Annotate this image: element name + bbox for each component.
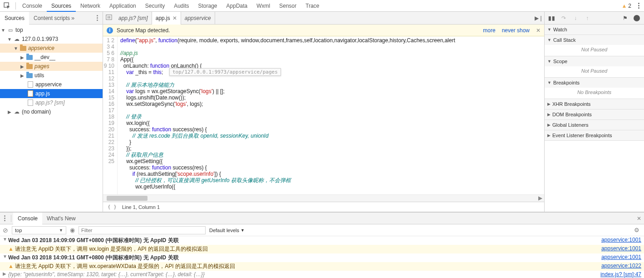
inspect-icon[interactable] <box>3 1 12 10</box>
code-editor[interactable]: 1 2 3 4 5 6 7 8 9 10 11 12 13 14 15 16 1… <box>103 36 544 194</box>
debugger-section-header[interactable]: ▶Event Listener Breakpoints <box>545 130 644 140</box>
debugger-section-header[interactable]: ▶Global Listeners <box>545 120 644 130</box>
debugger-section-header[interactable]: ▶DOM Breakpoints <box>545 109 644 119</box>
editor-tab[interactable]: app.js? [sm] <box>115 12 152 25</box>
top-tab-wxml[interactable]: Wxml <box>252 0 275 12</box>
expand-icon[interactable]: ▶ <box>3 271 8 276</box>
tree-appservice-file[interactable]: appservice <box>0 80 103 89</box>
pause-on-exceptions-icon[interactable] <box>633 15 640 22</box>
scroll-right-icon[interactable]: ▶ <box>538 195 542 201</box>
infobar-never-link[interactable]: never show <box>502 27 530 34</box>
debugger-section-header[interactable]: ▼Scope <box>545 56 644 66</box>
cloud-icon <box>13 35 20 43</box>
warning-count[interactable]: ▲ 2 <box>621 3 631 9</box>
infobar-text: Source Map detected. <box>117 27 170 34</box>
debugger-section-header[interactable]: ▼Call Stack <box>545 35 644 45</box>
close-tab-icon[interactable]: ✕ <box>172 12 177 25</box>
tree-top[interactable]: top <box>0 25 103 35</box>
left-tab-sources[interactable]: Sources <box>0 12 29 25</box>
gear-icon[interactable]: ⚙ <box>634 227 639 233</box>
section-body: Not Paused <box>545 45 644 56</box>
console-output[interactable]: ▼Wed Jan 03 2018 14:09:09 GMT+0800 (中国标准… <box>0 236 644 278</box>
infobar-more-link[interactable]: more <box>483 27 495 34</box>
console-line[interactable]: ▲ 请注意无 AppID 关联下，调用 wx.login 是受限的，API 的返… <box>0 245 644 253</box>
console-source-link[interactable]: index.js? [sm]:47 <box>600 271 641 278</box>
cloud-icon <box>13 108 20 115</box>
console-source-link[interactable]: appservice:1022 <box>601 263 641 269</box>
whats-new-tab[interactable]: What's New <box>42 213 80 224</box>
console-line[interactable]: ▼Wed Jan 03 2018 14:09:09 GMT+0800 (中国标准… <box>0 236 644 245</box>
section-title: Watch <box>553 27 567 32</box>
close-drawer-icon[interactable]: ✕ <box>634 215 644 222</box>
top-tab-storage[interactable]: Storage <box>194 0 222 12</box>
step-into-icon[interactable]: ↓ <box>572 15 579 22</box>
chevron-down-icon: ▼ <box>241 228 245 233</box>
tree-appjs-sm[interactable]: app.js? [sm] <box>0 98 103 107</box>
path-tooltip: top/127.0.0.1:9973/appservice/pages <box>169 68 281 76</box>
section-title: XHR Breakpoints <box>552 101 590 107</box>
section-title: Scope <box>553 59 567 64</box>
close-icon[interactable]: ✕ <box>536 27 541 34</box>
top-tab-sensor[interactable]: Sensor <box>275 0 301 12</box>
step-over-icon[interactable]: ↷ <box>560 15 567 22</box>
info-icon: i <box>107 27 113 34</box>
pause-icon[interactable]: ▮▮ <box>548 15 556 22</box>
debugger-section-header[interactable]: ▼Breakpoints <box>545 78 644 88</box>
code-body[interactable]: define("app.js", function(require, modul… <box>118 36 544 194</box>
drawer-more-icon[interactable] <box>2 215 7 221</box>
svg-rect-1 <box>106 15 112 20</box>
top-tab-security[interactable]: Security <box>141 0 169 12</box>
step-out-icon[interactable]: ↑ <box>584 15 591 22</box>
section-title: Breakpoints <box>553 80 580 85</box>
horizontal-scrollbar[interactable]: ▶ <box>103 194 544 202</box>
console-source-link[interactable]: appservice:1001 <box>601 237 641 243</box>
top-tab-sources[interactable]: Sources <box>47 0 76 12</box>
debugger-section-header[interactable]: ▼Watch <box>545 25 644 35</box>
deactivate-breakpoints-icon[interactable]: ⚑ <box>621 15 629 22</box>
tree-appservice[interactable]: appservice <box>0 44 103 53</box>
top-tab-appdata[interactable]: AppData <box>222 0 252 12</box>
fullscreen-icon[interactable]: ▶❘ <box>533 15 544 21</box>
filter-input[interactable] <box>79 226 206 234</box>
chevron-down-icon: ▼ <box>547 27 551 32</box>
console-line[interactable]: ▶{type: "getuserinfo", timeStamp: 1320, … <box>0 271 644 278</box>
clear-console-icon[interactable]: ⊘ <box>3 227 8 234</box>
left-more-icon[interactable] <box>94 15 100 21</box>
tree-dev[interactable]: __dev__ <box>0 53 103 62</box>
editor-tab-label: app.js <box>156 12 170 25</box>
top-tab-audits[interactable]: Audits <box>169 0 193 12</box>
editor-tab[interactable]: appservice <box>181 12 215 25</box>
console-line[interactable]: ▲ 请注意无 AppID 关联下，调用 wx.operateWXData 是受限… <box>0 262 644 271</box>
console-message: {type: "getuserinfo", timeStamp: 1320, t… <box>8 271 596 278</box>
debugger-section-header[interactable]: ▶XHR Breakpoints <box>545 99 644 109</box>
scrollbar-thumb[interactable] <box>107 196 147 201</box>
console-source-link[interactable]: appservice:1001 <box>601 254 641 260</box>
live-expressions-icon[interactable]: ◉ <box>70 227 75 233</box>
pretty-print-icon[interactable]: { } <box>108 204 117 210</box>
top-tab-network[interactable]: Network <box>76 0 105 12</box>
section-title: Event Listener Breakpoints <box>552 133 612 138</box>
tree-appjs[interactable]: app.js <box>0 89 103 98</box>
left-tab-content-scripts[interactable]: Content scripts » <box>29 12 79 25</box>
console-tab[interactable]: Console <box>13 213 42 224</box>
top-tab-console[interactable]: Console <box>18 0 47 12</box>
more-icon[interactable] <box>636 2 641 10</box>
top-tab-trace[interactable]: Trace <box>301 0 324 12</box>
editor-tab[interactable]: app.js✕ <box>152 12 181 25</box>
tree-no-domain[interactable]: (no domain) <box>0 107 103 116</box>
log-levels[interactable]: Default levels ▼ <box>209 228 245 233</box>
tree-utils[interactable]: utils <box>0 71 103 80</box>
tree-label: app.js? [sm] <box>35 99 65 106</box>
history-icon[interactable] <box>103 14 115 22</box>
chevron-down-icon: ▼ <box>547 80 551 85</box>
expand-icon[interactable]: ▼ <box>3 254 8 259</box>
console-line[interactable]: ▼Wed Jan 03 2018 14:09:11 GMT+0800 (中国标准… <box>0 253 644 262</box>
tree-domain[interactable]: 127.0.0.1:9973 <box>0 35 103 44</box>
top-tab-application[interactable]: Application <box>105 0 141 12</box>
expand-icon[interactable]: ▼ <box>3 237 8 242</box>
section-title: Global Listeners <box>552 122 589 128</box>
context-selector[interactable]: top ▼ <box>12 226 66 234</box>
console-source-link[interactable]: appservice:1001 <box>601 245 641 252</box>
source-map-infobar: i Source Map detected. more never show ✕ <box>103 25 544 36</box>
tree-pages[interactable]: pages <box>0 62 103 71</box>
